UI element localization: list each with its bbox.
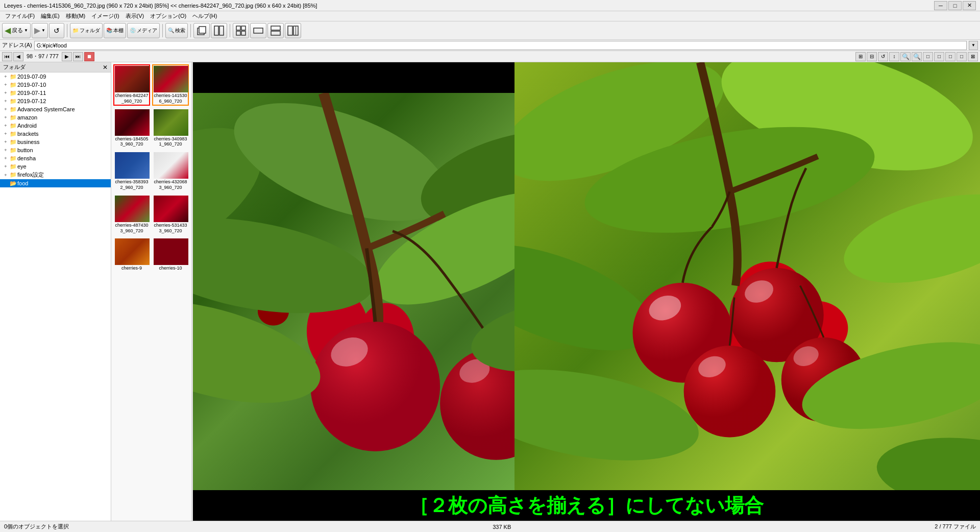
img-prev-button[interactable]: ◀ xyxy=(13,52,23,61)
view2-button[interactable] xyxy=(267,23,284,38)
left-image xyxy=(193,93,514,490)
tree-item-advanced-systemcare[interactable]: + 📁 Advanced SystemCare xyxy=(0,105,111,113)
refresh-icon: ↺ xyxy=(54,27,60,35)
expand-icon[interactable]: + xyxy=(2,73,9,80)
expand-icon[interactable]: + xyxy=(2,130,9,137)
expand-icon[interactable]: + xyxy=(2,147,9,154)
expand-icon[interactable]: + xyxy=(2,106,9,113)
bottom-text-content: ［２枚の高さを揃える］にしてない場合 xyxy=(409,493,764,519)
media-button[interactable]: 💿 メディア xyxy=(127,23,160,38)
tree-item-densha[interactable]: + 📁 densha xyxy=(0,154,111,162)
copy-view4-button[interactable]: □ xyxy=(957,52,967,61)
tree-label: button xyxy=(17,147,33,153)
tree-item-brackets[interactable]: + 📁 brackets xyxy=(0,130,111,138)
fullscreen-button[interactable]: ⊠ xyxy=(968,52,978,61)
expand-icon[interactable]: + xyxy=(2,138,9,146)
status-bar: 0個のオブジェクトを選択 337 KB 2 / 777 ファイル xyxy=(0,521,980,532)
folder-button[interactable]: 📁 フォルダ xyxy=(70,23,103,38)
thumb-image-4 xyxy=(154,109,188,136)
sidebar-close-button[interactable]: ✕ xyxy=(103,64,108,71)
thumbnail-panel: cherries-842247_960_720 cherries-1415306… xyxy=(111,62,192,521)
tree-item-business[interactable]: + 📁 business xyxy=(0,138,111,146)
toolbar: ◀ 戻る ▼ ▶ ▼ ↺ 📁 フォルダ 📚 本棚 💿 メディア 🔍 検索 xyxy=(0,21,980,40)
copy2-icon xyxy=(214,26,224,36)
img-next-button[interactable]: ▶ xyxy=(62,52,72,61)
title-buttons: ─ □ ✕ xyxy=(934,1,976,10)
tree-item-eye[interactable]: + 📁 eye xyxy=(0,162,111,171)
expand-icon[interactable]: + xyxy=(2,114,9,121)
thumb-item-8[interactable]: cherries-5314333_960_720 xyxy=(152,194,189,235)
expand-icon[interactable]: + xyxy=(2,81,9,88)
sidebar-title: フォルダ xyxy=(3,63,26,71)
svg-rect-10 xyxy=(271,31,280,35)
tree-item-2019-07-12[interactable]: + 📁 2019-07-12 xyxy=(0,97,111,105)
thumb-item-6[interactable]: cherries-4320683_960_720 xyxy=(152,151,189,192)
copy-view1-button[interactable]: □ xyxy=(923,52,933,61)
back-label: 戻る xyxy=(12,27,23,34)
back-button[interactable]: ◀ 戻る ▼ xyxy=(2,23,31,38)
thumb-item-5[interactable]: cherries-3583932_960_720 xyxy=(113,151,150,192)
expand-icon[interactable]: + xyxy=(2,122,9,129)
img-first-button[interactable]: ⏮ xyxy=(2,52,12,61)
expand-icon[interactable]: + xyxy=(2,155,9,162)
img-last-button[interactable]: ⏭ xyxy=(73,52,83,61)
thumb-item-9[interactable]: cherries-9 xyxy=(113,237,150,273)
view-grid-button[interactable]: ⊞ xyxy=(855,52,866,61)
tree-item-button[interactable]: + 📁 button xyxy=(0,146,111,154)
menu-view[interactable]: 表示(V) xyxy=(122,11,148,21)
maximize-button[interactable]: □ xyxy=(948,1,962,10)
fit-height-button[interactable]: ↕ xyxy=(889,52,899,61)
expand-icon[interactable]: + xyxy=(2,98,9,105)
refresh-button[interactable]: ↺ xyxy=(49,23,64,38)
menu-edit[interactable]: 編集(E) xyxy=(38,11,63,21)
minimize-button[interactable]: ─ xyxy=(934,1,947,10)
hondan-button[interactable]: 📚 本棚 xyxy=(104,23,126,38)
rotate-button[interactable]: ↺ xyxy=(878,52,888,61)
address-input[interactable] xyxy=(34,41,967,50)
view-split-button[interactable]: ⊟ xyxy=(867,52,877,61)
tree-item-2019-07-11[interactable]: + 📁 2019-07-11 xyxy=(0,89,111,97)
address-dropdown-button[interactable]: ▼ xyxy=(969,41,978,50)
tree-item-2019-07-09[interactable]: + 📁 2019-07-09 xyxy=(0,72,111,81)
view1-icon xyxy=(253,26,263,36)
toolbar-separator-4 xyxy=(230,24,230,37)
close-button[interactable]: ✕ xyxy=(963,1,976,10)
zoom-in-button[interactable]: 🔍 xyxy=(900,52,911,61)
menu-move[interactable]: 移動(M) xyxy=(63,11,89,21)
tree-item-food[interactable]: 📂 food xyxy=(0,179,111,187)
img-stop-button[interactable]: ⏹ xyxy=(84,52,94,61)
forward-arrow-icon: ▶ xyxy=(34,26,40,35)
copy1-button[interactable] xyxy=(193,23,210,38)
menu-help[interactable]: ヘルプ(H) xyxy=(189,11,220,21)
expand-icon[interactable]: + xyxy=(2,172,9,179)
view3-button[interactable] xyxy=(285,23,301,38)
thumb-item-2[interactable]: cherries-1415306_960_720 xyxy=(152,64,189,106)
menu-options[interactable]: オプション(O) xyxy=(147,11,189,21)
forward-button[interactable]: ▶ ▼ xyxy=(32,23,48,38)
thumb-item-7[interactable]: cherries-4874303_960_720 xyxy=(113,194,150,235)
menu-file[interactable]: ファイル(F) xyxy=(2,11,38,21)
view1-button[interactable] xyxy=(250,23,266,38)
thumb-item-4[interactable]: cherries-3409831_960_720 xyxy=(152,108,189,149)
tree-item-android[interactable]: + 📁 Android xyxy=(0,122,111,130)
tree-item-2019-07-10[interactable]: + 📁 2019-07-10 xyxy=(0,81,111,89)
tree-label: Advanced SystemCare xyxy=(17,106,75,112)
tree-item-amazon[interactable]: + 📁 amazon xyxy=(0,113,111,122)
grid-button[interactable] xyxy=(233,23,249,38)
zoom-out-button[interactable]: 🔍 xyxy=(912,52,922,61)
copy-view3-button[interactable]: □ xyxy=(945,52,955,61)
search-button[interactable]: 🔍 検索 xyxy=(165,23,188,38)
expand-icon[interactable]: + xyxy=(2,163,9,170)
thumb-item-1[interactable]: cherries-842247_960_720 xyxy=(113,64,150,106)
thumb-row-5: cherries-9 cherries-10 xyxy=(113,237,189,273)
thumb-item-3[interactable]: cherries-1845053_960_720 xyxy=(113,108,150,149)
copy-view2-button[interactable]: □ xyxy=(934,52,944,61)
menu-image[interactable]: イメージ(I) xyxy=(88,11,122,21)
tree-label: firefox設定 xyxy=(17,171,44,179)
thumb-item-10[interactable]: cherries-10 xyxy=(152,237,189,273)
expand-icon[interactable] xyxy=(2,180,9,187)
tree-item-firefox[interactable]: + 📁 firefox設定 xyxy=(0,171,111,179)
expand-icon[interactable]: + xyxy=(2,89,9,96)
copy2-button[interactable] xyxy=(211,23,227,38)
left-image-container xyxy=(193,93,514,490)
